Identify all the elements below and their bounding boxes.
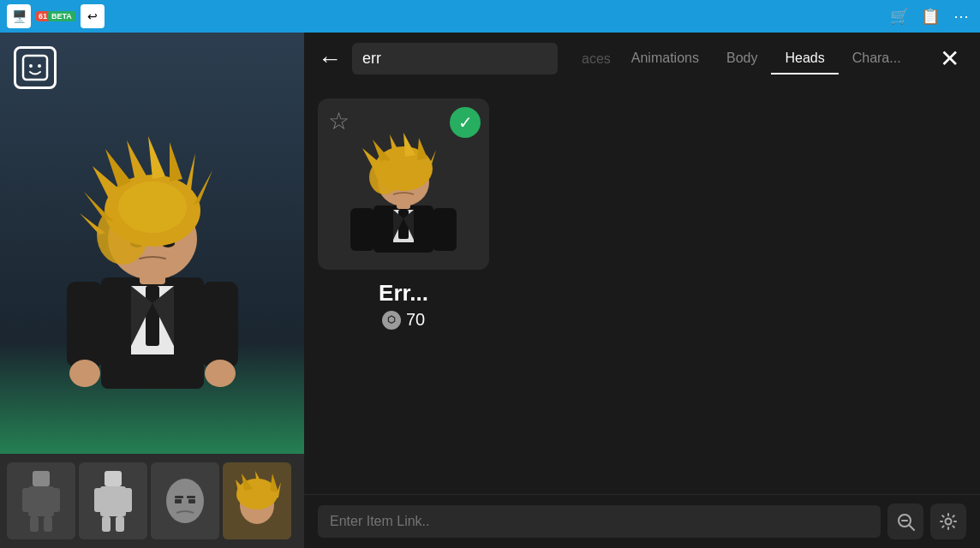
tab-animations[interactable]: Animations [618, 44, 713, 74]
svg-rect-31 [28, 486, 54, 516]
settings-button[interactable] [930, 503, 966, 539]
item-name: Err... [379, 280, 428, 307]
close-button[interactable]: ✕ [940, 45, 966, 73]
thumbnail-bar [0, 454, 304, 548]
svg-rect-41 [116, 516, 124, 532]
clipboard-icon[interactable]: 📋 [918, 4, 942, 28]
tab-heads[interactable]: Heads [771, 44, 838, 74]
top-bar-right: 🛒 📋 ⋯ [887, 4, 973, 28]
svg-marker-20 [185, 153, 195, 192]
svg-rect-38 [94, 488, 103, 512]
beta-badge: BETA [48, 11, 75, 21]
undo-icon[interactable]: ↩ [81, 4, 105, 28]
thumbnail-1[interactable] [7, 462, 75, 539]
svg-rect-36 [105, 471, 122, 486]
item-card: ☆ ✓ [318, 98, 489, 480]
svg-rect-37 [100, 486, 126, 516]
tab-faces[interactable]: aces [575, 45, 618, 74]
svg-rect-33 [51, 488, 60, 512]
svg-rect-43 [175, 499, 182, 503]
svg-point-25 [118, 182, 187, 233]
more-icon[interactable]: ⋯ [949, 4, 973, 28]
thumbnail-2[interactable] [79, 462, 147, 539]
svg-marker-19 [170, 142, 182, 182]
favorite-button[interactable]: ☆ [328, 107, 350, 135]
svg-rect-73 [433, 208, 457, 251]
character-preview [0, 33, 304, 454]
item-image[interactable]: ☆ ✓ [318, 98, 489, 270]
svg-marker-18 [148, 136, 165, 179]
nav-tabs: aces Animations Body Heads Chara... [568, 44, 929, 74]
left-panel [0, 33, 304, 548]
equipped-badge: ✓ [450, 107, 481, 138]
right-panel: ← aces Animations Body Heads Cha [304, 33, 980, 548]
back-button[interactable]: ← [318, 47, 342, 71]
svg-rect-39 [123, 488, 132, 512]
svg-point-42 [166, 479, 204, 523]
item-link-input[interactable] [318, 505, 881, 538]
svg-rect-32 [22, 488, 31, 512]
tab-characters[interactable]: Chara... [839, 44, 915, 74]
main-area: ← aces Animations Body Heads Cha [0, 33, 980, 548]
thumbnail-3[interactable] [151, 462, 219, 539]
svg-rect-5 [146, 286, 159, 346]
thumbnail-4[interactable] [223, 462, 291, 539]
monitor-icon[interactable]: 🖥️ [7, 4, 31, 28]
svg-marker-21 [194, 170, 212, 205]
content-area: ☆ ✓ [304, 85, 980, 494]
svg-rect-35 [44, 516, 52, 532]
robux-icon: ⬡ [382, 311, 401, 330]
svg-rect-27 [202, 282, 238, 367]
bottom-bar [304, 494, 980, 548]
svg-line-75 [909, 525, 914, 530]
svg-rect-72 [350, 208, 374, 251]
search-bar: ← aces Animations Body Heads Cha [304, 33, 980, 85]
search-input[interactable] [352, 43, 558, 74]
svg-rect-30 [33, 471, 50, 486]
svg-rect-46 [187, 496, 195, 498]
svg-point-77 [946, 519, 952, 525]
svg-rect-45 [175, 496, 183, 498]
search-input-wrap [352, 43, 558, 74]
svg-point-29 [205, 360, 236, 387]
svg-marker-52 [270, 474, 278, 492]
zoom-button[interactable] [887, 503, 923, 539]
svg-point-28 [69, 360, 100, 387]
svg-rect-26 [67, 282, 103, 367]
top-bar: 🖥️ 61 BETA ↩ 🛒 📋 ⋯ [0, 0, 980, 33]
svg-marker-17 [127, 140, 148, 182]
svg-rect-44 [188, 499, 195, 503]
svg-rect-34 [30, 516, 39, 532]
tab-body[interactable]: Body [713, 44, 771, 74]
cart-icon[interactable]: 🛒 [887, 4, 911, 28]
svg-point-71 [369, 160, 400, 194]
svg-rect-40 [102, 516, 111, 532]
item-price: ⬡ 70 [382, 310, 425, 330]
